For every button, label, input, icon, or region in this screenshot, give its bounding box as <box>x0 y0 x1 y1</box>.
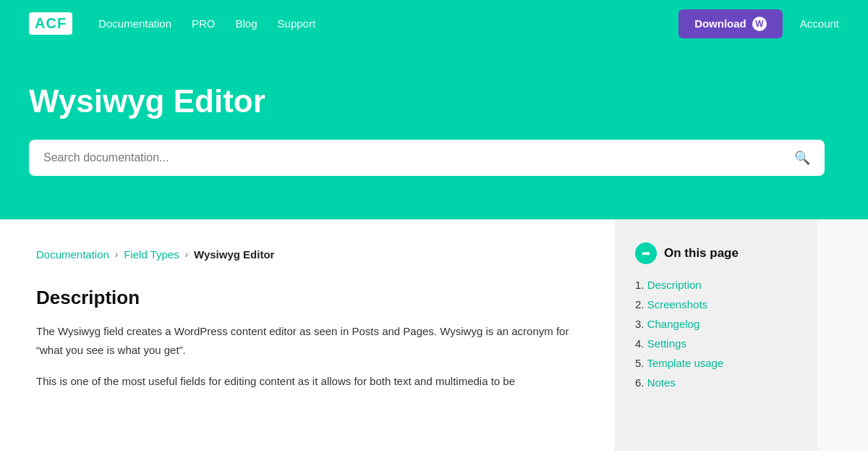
download-button[interactable]: Download W <box>678 9 783 38</box>
nav-link-blog[interactable]: Blog <box>236 17 258 30</box>
nav-link-pro[interactable]: PRO <box>192 17 216 30</box>
search-button[interactable]: 🔍 <box>794 150 810 166</box>
nav-link-documentation[interactable]: Documentation <box>98 17 171 30</box>
list-number: 1. <box>635 279 647 291</box>
breadcrumb-current: Wysiwyg Editor <box>194 248 274 261</box>
search-bar: 🔍 <box>29 140 825 176</box>
description-paragraph-1: The Wysiwyg field creates a WordPress co… <box>36 322 579 359</box>
list-item: 3. Changelog <box>635 318 797 330</box>
breadcrumb-separator-2: › <box>185 249 188 260</box>
breadcrumb: Documentation › Field Types › Wysiwyg Ed… <box>36 248 579 261</box>
list-number: 2. <box>635 298 647 311</box>
list-item: 2. Screenshots <box>635 298 797 311</box>
header: ACF Documentation PRO Blog Support Downl… <box>0 0 868 47</box>
header-right: Download W Account <box>678 9 839 38</box>
header-left: ACF Documentation PRO Blog Support <box>29 12 315 35</box>
hero-section: Wysiwyg Editor 🔍 <box>0 47 868 219</box>
on-this-page-title: On this page <box>664 246 739 261</box>
sidebar: ➦ On this page 1. Description 2. Screens… <box>615 219 817 451</box>
on-this-page-header: ➦ On this page <box>635 242 797 264</box>
sidebar-link-settings[interactable]: Settings <box>647 337 686 350</box>
search-icon: 🔍 <box>794 151 810 165</box>
nav-item-pro[interactable]: PRO <box>192 17 216 30</box>
list-number: 4. <box>635 337 647 350</box>
list-number: 6. <box>635 376 647 389</box>
download-label: Download <box>694 17 746 30</box>
hero-title: Wysiwyg Editor <box>29 83 839 119</box>
breadcrumb-separator-1: › <box>115 249 118 260</box>
sidebar-link-changelog[interactable]: Changelog <box>647 318 700 330</box>
sidebar-link-screenshots[interactable]: Screenshots <box>647 298 707 311</box>
breadcrumb-field-types[interactable]: Field Types <box>124 248 179 261</box>
description-heading: Description <box>36 287 579 309</box>
list-item: 1. Description <box>635 279 797 291</box>
nav-link-support[interactable]: Support <box>278 17 316 30</box>
account-link[interactable]: Account <box>800 17 839 30</box>
acf-logo: ACF <box>29 12 72 35</box>
on-this-page-list: 1. Description 2. Screenshots 3. Changel… <box>635 279 797 389</box>
wordpress-icon: W <box>752 17 767 31</box>
main-content: Documentation › Field Types › Wysiwyg Ed… <box>0 219 615 451</box>
description-paragraph-2: This is one of the most useful fields fo… <box>36 372 579 391</box>
list-item: 5. Template usage <box>635 357 797 369</box>
sidebar-link-template-usage[interactable]: Template usage <box>647 357 723 369</box>
nav-item-documentation[interactable]: Documentation <box>98 17 171 30</box>
list-number: 5. <box>635 357 647 369</box>
list-item: 4. Settings <box>635 337 797 350</box>
nav-links: Documentation PRO Blog Support <box>98 17 315 30</box>
list-item: 6. Notes <box>635 376 797 389</box>
nav-item-support[interactable]: Support <box>278 17 316 30</box>
content-area: Documentation › Field Types › Wysiwyg Ed… <box>0 219 868 451</box>
nav-item-blog[interactable]: Blog <box>236 17 258 30</box>
breadcrumb-documentation[interactable]: Documentation <box>36 248 109 261</box>
on-this-page-icon: ➦ <box>635 242 657 264</box>
search-input[interactable] <box>43 151 794 164</box>
list-number: 3. <box>635 318 647 330</box>
sidebar-link-description[interactable]: Description <box>647 279 702 291</box>
sidebar-link-notes[interactable]: Notes <box>647 376 676 389</box>
